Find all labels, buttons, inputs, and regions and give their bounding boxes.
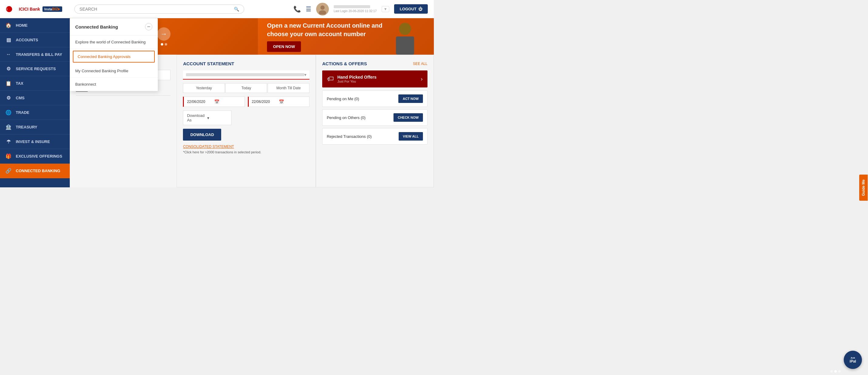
home-icon: 🏠 <box>5 23 11 28</box>
logout-button[interactable]: LOGOUT ⏻ <box>394 4 428 14</box>
sidebar-item-trade[interactable]: 🌐 TRADE <box>0 105 70 120</box>
invest-icon: ☂ <box>5 139 11 145</box>
open-now-button[interactable]: OPEN NOW <box>267 41 301 52</box>
dropdown-item-bankonnect[interactable]: Bankonnect <box>70 78 158 91</box>
main-layout: 🏠 HOME ▤ ACCOUNTS ↔ TRANSFERS & BILL PAY… <box>0 18 434 188</box>
connected-icon: 🔗 <box>5 168 11 174</box>
actions-header: ACTIONS & OFFERS SEE ALL <box>322 61 428 66</box>
see-all-link[interactable]: SEE ALL <box>413 62 428 66</box>
svg-rect-5 <box>396 36 414 55</box>
phone-icon[interactable]: 📞 <box>293 5 301 13</box>
offer-percent-icon: 🏷 <box>327 75 334 83</box>
account-statement-title: ACCOUNT STATEMENT <box>183 61 309 66</box>
dropdown-close-button[interactable]: − <box>145 23 152 30</box>
sidebar-item-cms[interactable]: ⚙ CMS <box>0 91 70 105</box>
offer-subtitle: Just For You <box>337 80 417 83</box>
actions-title: ACTIONS & OFFERS <box>322 61 367 66</box>
transfers-icon: ↔ <box>5 52 11 57</box>
dropdown-header: Connected Banking − <box>70 18 158 35</box>
sidebar-item-treasury[interactable]: 🏦 TREASURY <box>0 120 70 135</box>
view-all-button[interactable]: VIEW ALL <box>399 132 423 141</box>
search-icon: 🔍 <box>234 7 239 11</box>
biz-label: BIZ <box>52 7 58 11</box>
pending-on-me-label: Pending on Me (0) <box>327 96 359 101</box>
from-date-calendar-icon: 📅 <box>214 99 242 104</box>
pending-on-others-label: Pending on Others (0) <box>327 115 366 120</box>
exclusive-icon: 🎁 <box>5 153 11 159</box>
trade-icon: 🌐 <box>5 110 11 115</box>
sidebar-item-invest[interactable]: ☂ INVEST & INSURE <box>0 135 70 149</box>
tax-icon: 📋 <box>5 81 11 86</box>
person-image-icon <box>388 21 422 55</box>
banner-next-arrow[interactable]: → <box>157 27 170 41</box>
header: i ICICI Bank Insta BIZ ▶ 🔍 📞 ☰ Last Logi… <box>0 0 434 18</box>
svg-point-2 <box>320 5 324 10</box>
menu-lines-icon[interactable]: ☰ <box>306 5 311 13</box>
to-date-input[interactable]: 22/06/2020 📅 <box>248 96 309 107</box>
sidebar: 🏠 HOME ▤ ACCOUNTS ↔ TRANSFERS & BILL PAY… <box>0 18 70 188</box>
accounts-icon: ▤ <box>5 37 11 43</box>
date-tab-month[interactable]: Month Till Date <box>268 83 309 93</box>
avatar[interactable] <box>316 3 329 16</box>
pending-on-others-item: Pending on Others (0) CHECK NOW <box>322 109 428 126</box>
consolidated-statement-link[interactable]: CONSOLIDATED STATEMENT <box>183 145 234 149</box>
insta-biz-logo: Insta BIZ ▶ <box>42 6 62 12</box>
banner-promo-text: Open a new Current Account online andcho… <box>267 21 382 38</box>
icici-logo-icon: i <box>6 4 18 14</box>
actions-offers-card: ACTIONS & OFFERS SEE ALL 🏷 Hand Picked O… <box>316 55 434 188</box>
user-name-placeholder <box>334 5 370 8</box>
svg-text:i: i <box>7 8 8 11</box>
date-tab-today[interactable]: Today <box>225 83 267 93</box>
account-select-arrow: ▾ <box>304 72 306 77</box>
banner-dot-1 <box>161 43 163 46</box>
connected-banking-dropdown: Connected Banking − Explore the world of… <box>70 18 158 91</box>
check-now-button[interactable]: CHECK NOW <box>394 113 423 122</box>
svg-point-4 <box>399 23 411 35</box>
account-select[interactable]: ▾ <box>183 70 309 80</box>
svg-point-3 <box>319 10 326 15</box>
sidebar-item-service[interactable]: ⚙ SERVICE REQUESTS <box>0 62 70 76</box>
insta-label: Insta <box>44 7 52 11</box>
sidebar-item-connected[interactable]: 🔗 CONNECTED BANKING <box>0 164 70 178</box>
download-as-select[interactable]: Download As ▾ <box>183 111 231 125</box>
service-icon: ⚙ <box>5 66 11 71</box>
header-right: 📞 ☰ Last Login 20-06-2020 11:32:17 ▼ LOG… <box>293 3 428 16</box>
banner-person-image <box>385 18 425 55</box>
pending-on-me-item: Pending on Me (0) ACT NOW <box>322 90 428 107</box>
date-tabs: Yesterday Today Month Till Date <box>183 83 309 93</box>
download-select-arrow: ▾ <box>207 116 227 120</box>
download-button[interactable]: DOWNLOAD <box>183 129 221 141</box>
user-avatar-icon <box>317 4 328 15</box>
offer-title: Hand Picked Offers <box>337 75 417 80</box>
sidebar-item-home[interactable]: 🏠 HOME <box>0 18 70 33</box>
act-now-button[interactable]: ACT NOW <box>398 94 423 103</box>
sidebar-item-tax[interactable]: 📋 TAX <box>0 76 70 91</box>
user-dropdown-arrow[interactable]: ▼ <box>382 6 390 12</box>
to-date-calendar-icon: 📅 <box>279 99 306 104</box>
sidebar-item-exclusive[interactable]: 🎁 EXCLUSIVE OFFERINGS <box>0 149 70 164</box>
sidebar-item-transfers[interactable]: ↔ TRANSFERS & BILL PAY <box>0 47 70 62</box>
date-inputs: 22/06/2020 📅 22/06/2020 📅 <box>183 96 309 107</box>
banner-dot-2 <box>165 43 167 46</box>
hand-picked-offer-banner[interactable]: 🏷 Hand Picked Offers Just For You › <box>322 70 428 87</box>
account-statement-card: ACCOUNT STATEMENT ▾ Yesterday Today Mont… <box>177 55 316 188</box>
rejected-transactions-label: Rejected Transactions (0) <box>327 134 372 139</box>
consolidated-note: *Click here for >2000 transactions in se… <box>183 150 309 154</box>
from-date-input[interactable]: 22/06/2020 📅 <box>183 96 245 107</box>
search-bar[interactable]: 🔍 <box>74 5 244 14</box>
date-tab-yesterday[interactable]: Yesterday <box>183 83 225 93</box>
user-info: Last Login 20-06-2020 11:32:17 <box>334 5 377 13</box>
dropdown-item-approvals[interactable]: Connected Banking Approvals <box>73 51 155 62</box>
dropdown-item-explore[interactable]: Explore the world of Connected Banking <box>70 35 158 49</box>
bank-name: ICICI Bank <box>19 7 40 11</box>
sidebar-item-accounts[interactable]: ▤ ACCOUNTS <box>0 33 70 47</box>
power-icon: ⏻ <box>418 7 422 11</box>
dropdown-title: Connected Banking <box>75 24 118 29</box>
account-number-placeholder <box>186 73 304 76</box>
rejected-transactions-item: Rejected Transactions (0) VIEW ALL <box>322 128 428 145</box>
last-login-label: Last Login 20-06-2020 11:32:17 <box>334 9 377 13</box>
dropdown-item-profile[interactable]: My Connected Banking Profile <box>70 64 158 78</box>
banner-dots <box>161 43 167 46</box>
cms-icon: ⚙ <box>5 95 11 101</box>
search-input[interactable] <box>80 7 234 11</box>
